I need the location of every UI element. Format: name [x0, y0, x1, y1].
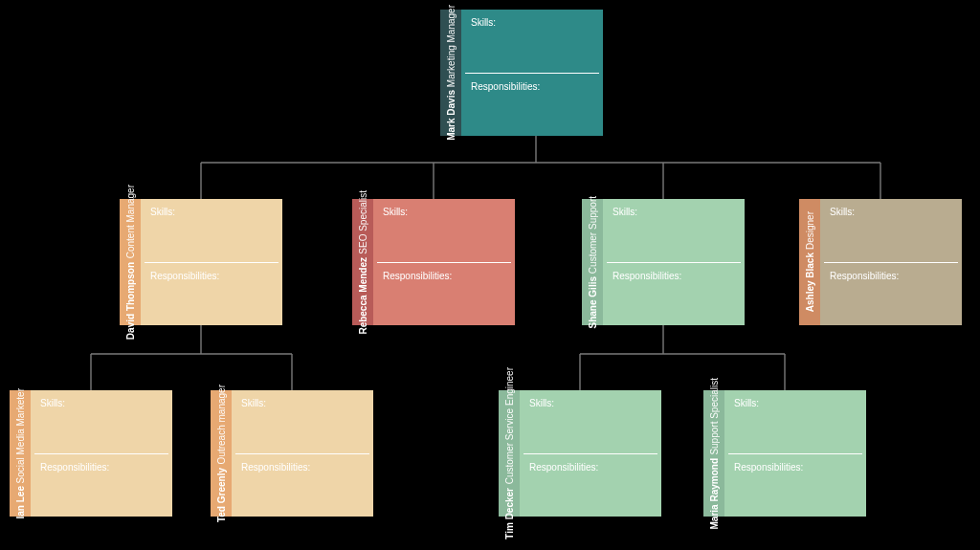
node-body: Skills: Responsibilities: — [31, 390, 172, 517]
node-name: Mark Davis — [446, 90, 457, 141]
node-tab: Marketing Manager Mark Davis — [440, 10, 461, 136]
node-name: David Thompson — [125, 262, 136, 340]
node-tab: Content Manager David Thompson — [120, 199, 141, 325]
node-tab: SEO Specialist Rebecca Mendez — [352, 199, 373, 325]
responsibilities-section: Responsibilities: — [141, 263, 282, 326]
org-node-ted-greenly[interactable]: Outreach manager Ted Greenly Skills: Res… — [211, 390, 373, 517]
node-role: Designer — [805, 211, 815, 250]
skills-section: Skills: — [31, 390, 172, 453]
node-name: Tim Decker — [504, 488, 515, 539]
org-node-ian-lee[interactable]: Social Media Marketer Ian Lee Skills: Re… — [10, 390, 172, 517]
skills-section: Skills: — [232, 390, 373, 453]
node-body: Skills: Responsibilities: — [820, 199, 962, 325]
node-body: Skills: Responsibilities: — [520, 390, 661, 517]
responsibilities-section: Responsibilities: — [820, 263, 962, 326]
responsibilities-section: Responsibilities: — [724, 454, 866, 517]
node-name: Ian Lee — [15, 486, 26, 518]
skills-section: Skills: — [141, 199, 282, 262]
org-node-tim-decker[interactable]: Customer Service Engineer Tim Decker Ski… — [499, 390, 661, 517]
skills-section: Skills: — [603, 199, 745, 262]
node-role: Marketing Manager — [446, 5, 457, 87]
node-body: Skills: Responsibilities: — [232, 390, 373, 517]
org-node-david-thompson[interactable]: Content Manager David Thompson Skills: R… — [120, 199, 282, 325]
node-name: Maria Raymond — [709, 458, 720, 529]
node-role: Social Media Marketer — [15, 388, 26, 483]
org-node-shane-gilis[interactable]: Customer Support Shane Gilis Skills: Res… — [582, 199, 745, 325]
node-name: Rebecca Mendez — [358, 257, 368, 335]
node-body: Skills: Responsibilities: — [461, 10, 603, 136]
skills-section: Skills: — [724, 390, 866, 453]
org-node-ashley-black[interactable]: Designer Ashley Black Skills: Responsibi… — [799, 199, 962, 325]
responsibilities-section: Responsibilities: — [603, 263, 745, 326]
responsibilities-section: Responsibilities: — [373, 263, 515, 326]
org-node-mark-davis[interactable]: Marketing Manager Mark Davis Skills: Res… — [440, 10, 603, 136]
node-role: Customer Service Engineer — [504, 367, 515, 484]
node-role: Support Specialist — [709, 378, 720, 455]
node-name: Ted Greenly — [216, 468, 227, 522]
node-body: Skills: Responsibilities: — [373, 199, 515, 325]
responsibilities-section: Responsibilities: — [520, 454, 661, 517]
responsibilities-section: Responsibilities: — [31, 454, 172, 517]
node-role: Content Manager — [125, 185, 136, 258]
node-name: Shane Gilis — [588, 276, 598, 328]
node-tab: Customer Support Shane Gilis — [582, 199, 603, 325]
responsibilities-section: Responsibilities: — [232, 454, 373, 517]
org-node-rebecca-mendez[interactable]: SEO Specialist Rebecca Mendez Skills: Re… — [352, 199, 515, 325]
node-tab: Designer Ashley Black — [799, 199, 820, 325]
skills-section: Skills: — [520, 390, 661, 453]
node-tab: Outreach manager Ted Greenly — [211, 390, 232, 517]
node-role: Outreach manager — [216, 385, 227, 464]
node-tab: Support Specialist Maria Raymond — [703, 390, 724, 517]
node-name: Ashley Black — [805, 253, 815, 312]
node-body: Skills: Responsibilities: — [141, 199, 282, 325]
node-body: Skills: Responsibilities: — [724, 390, 866, 517]
node-role: Customer Support — [588, 196, 598, 274]
skills-section: Skills: — [373, 199, 515, 262]
node-tab: Customer Service Engineer Tim Decker — [499, 390, 520, 517]
responsibilities-section: Responsibilities: — [461, 74, 603, 137]
node-tab: Social Media Marketer Ian Lee — [10, 390, 31, 517]
org-node-maria-raymond[interactable]: Support Specialist Maria Raymond Skills:… — [703, 390, 866, 517]
skills-section: Skills: — [461, 10, 603, 73]
node-body: Skills: Responsibilities: — [603, 199, 745, 325]
skills-section: Skills: — [820, 199, 962, 262]
node-role: SEO Specialist — [358, 190, 368, 254]
